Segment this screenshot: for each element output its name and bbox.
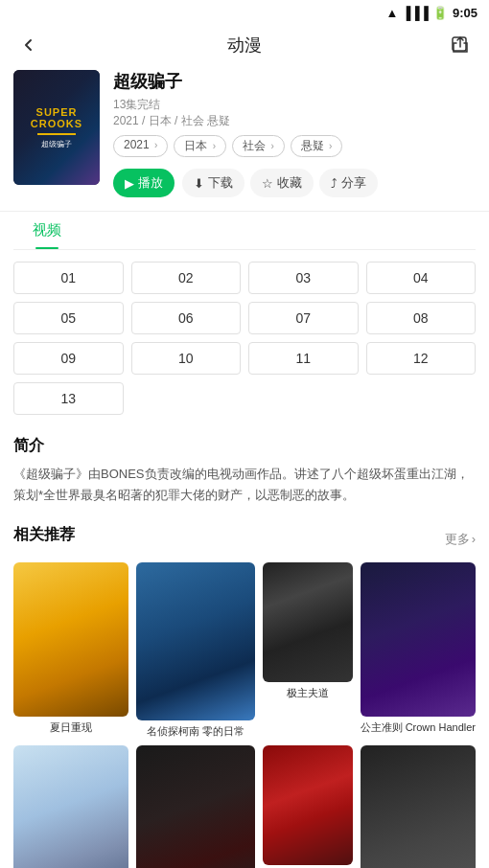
rec-thumb-8 bbox=[361, 745, 476, 868]
hero-tags: 2021 › 日本 › 社会 › 悬疑 › bbox=[113, 135, 476, 157]
rec-label-2: 名侦探柯南 零的日常 bbox=[136, 724, 254, 738]
play-button[interactable]: ▶ 播放 bbox=[113, 169, 175, 197]
rec-item-3[interactable]: 极主夫道 bbox=[263, 562, 353, 738]
back-button[interactable] bbox=[15, 32, 42, 58]
episode-01[interactable]: 01 bbox=[13, 262, 124, 294]
tab-section: 视频 bbox=[0, 211, 489, 250]
tab-video[interactable]: 视频 bbox=[13, 212, 81, 249]
hero-section: SUPER CROOKS 超级骗子 超级骗子 13集完结 2021 / 日本 /… bbox=[0, 70, 489, 211]
share-button[interactable]: ⤴ 分享 bbox=[319, 169, 378, 197]
rec-item-8[interactable]: 极主夫道 第二季 bbox=[361, 745, 476, 868]
hero-actions: ▶ 播放 ⬇ 下载 ☆ 收藏 ⤴ 分享 bbox=[113, 169, 476, 197]
share-icon-sm: ⤴ bbox=[331, 176, 338, 191]
tag-year[interactable]: 2021 › bbox=[113, 135, 168, 157]
status-time: 9:05 bbox=[453, 6, 477, 20]
episode-03[interactable]: 03 bbox=[248, 262, 359, 294]
episode-06[interactable]: 06 bbox=[131, 302, 242, 334]
rec-thumb-2 bbox=[136, 562, 254, 720]
hero-info: 超级骗子 13集完结 2021 / 日本 / 社会 悬疑 2021 › 日本 ›… bbox=[113, 70, 476, 197]
intro-text: 《超级骗子》由BONES负责改编的电视动画作品。讲述了八个超级坏蛋重出江湖，策划… bbox=[13, 464, 476, 506]
star-icon: ☆ bbox=[262, 176, 273, 191]
collect-button[interactable]: ☆ 收藏 bbox=[250, 169, 314, 197]
battery-icon: 🔋 bbox=[432, 6, 448, 20]
episode-13[interactable]: 13 bbox=[13, 382, 124, 415]
hero-poster: SUPER CROOKS 超级骗子 bbox=[13, 70, 100, 185]
share-icon[interactable] bbox=[447, 32, 474, 58]
episode-09[interactable]: 09 bbox=[13, 342, 124, 375]
status-bar: ▲ ▐▐▐ 🔋 9:05 bbox=[0, 0, 489, 24]
rec-thumb-3 bbox=[263, 562, 353, 682]
rec-item-2[interactable]: 名侦探柯南 零的日常 bbox=[136, 562, 254, 738]
hero-meta: 13集完结 2021 / 日本 / 社会 悬疑 bbox=[113, 97, 476, 129]
rec-label-3: 极主夫道 bbox=[263, 686, 353, 699]
recommend-title: 相关推荐 bbox=[13, 525, 75, 545]
episode-07[interactable]: 07 bbox=[248, 302, 359, 334]
rec-thumb-1 bbox=[13, 562, 128, 717]
episode-02[interactable]: 02 bbox=[131, 262, 242, 294]
recommend-grid: 夏日重现 名侦探柯南 零的日常 极主夫道 公主准则 Crown Handler … bbox=[13, 562, 476, 868]
rec-item-6[interactable]: 进击的巨人 最终季 Part.2 bbox=[136, 745, 254, 868]
rec-item-5[interactable]: 公主准则 Crown Handler bbox=[13, 745, 128, 868]
intro-title: 简介 bbox=[13, 436, 476, 456]
rec-thumb-4 bbox=[361, 562, 476, 717]
episode-05[interactable]: 05 bbox=[13, 302, 124, 334]
episode-10[interactable]: 10 bbox=[131, 342, 242, 375]
more-link[interactable]: 更多 › bbox=[445, 531, 476, 548]
episode-12[interactable]: 12 bbox=[366, 342, 477, 375]
rec-label-4: 公主准则 Crown Handler bbox=[361, 720, 476, 734]
hero-title: 超级骗子 bbox=[113, 70, 476, 93]
rec-item-1[interactable]: 夏日重现 bbox=[13, 562, 128, 738]
rec-item-4[interactable]: 公主准则 Crown Handler bbox=[361, 562, 476, 738]
episode-08[interactable]: 08 bbox=[366, 302, 477, 334]
wifi-icon: ▲ bbox=[385, 6, 398, 20]
rec-thumb-7 bbox=[263, 745, 353, 865]
recommend-header: 相关推荐 更多 › bbox=[13, 525, 476, 553]
episode-11[interactable]: 11 bbox=[248, 342, 359, 375]
episode-grid: 01 02 03 04 05 06 07 08 09 10 11 12 13 bbox=[0, 250, 489, 423]
rec-label-1: 夏日重现 bbox=[13, 720, 128, 734]
status-icons: ▲ ▐▐▐ 🔋 bbox=[385, 6, 448, 20]
intro-section: 简介 《超级骗子》由BONES负责改编的电视动画作品。讲述了八个超级坏蛋重出江湖… bbox=[0, 423, 489, 514]
signal-icon: ▐▐▐ bbox=[402, 6, 429, 20]
tag-genre2[interactable]: 悬疑 › bbox=[291, 135, 343, 157]
rec-thumb-5 bbox=[13, 745, 128, 868]
top-nav: 动漫 bbox=[0, 24, 489, 70]
recommend-section: 相关推荐 更多 › 夏日重现 名侦探柯南 零的日常 极主夫道 公主准则 Crow… bbox=[0, 514, 489, 868]
play-icon: ▶ bbox=[125, 176, 134, 191]
episode-04[interactable]: 04 bbox=[366, 262, 477, 294]
page-title: 动漫 bbox=[227, 34, 262, 57]
tag-country[interactable]: 日本 › bbox=[174, 135, 226, 157]
svg-rect-0 bbox=[453, 37, 466, 51]
chevron-right-icon: › bbox=[472, 532, 476, 546]
tab-bar: 视频 bbox=[13, 212, 476, 250]
rec-item-7[interactable]: 鲁邦三世 PART6 bbox=[263, 745, 353, 868]
download-button[interactable]: ⬇ 下载 bbox=[182, 169, 244, 197]
download-icon: ⬇ bbox=[194, 176, 204, 191]
rec-thumb-6 bbox=[136, 745, 254, 868]
tag-genre1[interactable]: 社会 › bbox=[232, 135, 285, 157]
